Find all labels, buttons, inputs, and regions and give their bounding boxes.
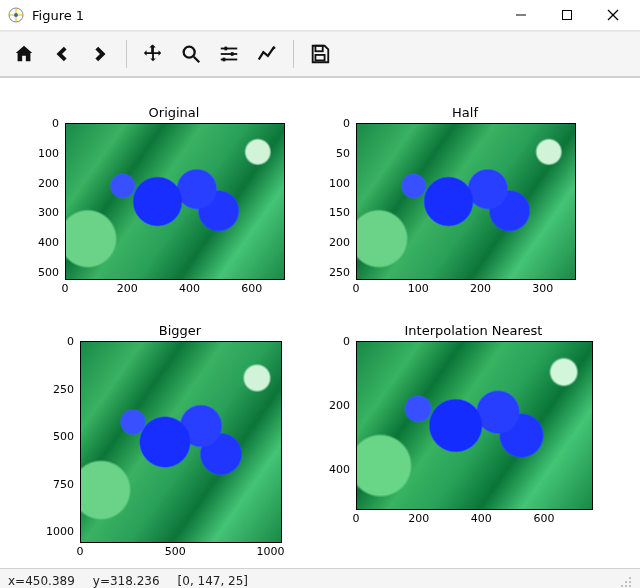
nav-toolbar [0, 31, 640, 78]
window-title: Figure 1 [32, 8, 84, 23]
window-controls [498, 0, 636, 30]
ytick-label: 200 [329, 399, 356, 412]
xtick-label: 600 [241, 278, 262, 295]
xtick-label: 100 [408, 278, 429, 295]
xtick-label: 0 [62, 278, 69, 295]
configure-subplots-button[interactable] [211, 36, 247, 72]
ytick-label: 300 [38, 206, 65, 219]
edit-axis-button[interactable] [249, 36, 285, 72]
ytick-label: 150 [329, 206, 356, 219]
status-y: y=318.236 [93, 574, 160, 588]
minimize-button[interactable] [498, 0, 544, 30]
xtick-label: 400 [471, 508, 492, 525]
subplot-bigger: Bigger 0 250 500 750 1000 0 500 1000 [80, 341, 280, 541]
axes-image[interactable] [356, 341, 593, 510]
ytick-label: 0 [343, 117, 356, 130]
ytick-label: 100 [38, 146, 65, 159]
ytick-label: 750 [53, 477, 80, 490]
subplot-title: Bigger [80, 323, 280, 338]
home-button[interactable] [6, 36, 42, 72]
subplot-half: Half 0 50 100 150 200 250 0 100 200 300 [356, 123, 574, 278]
svg-rect-3 [563, 11, 572, 20]
xtick-label: 0 [353, 508, 360, 525]
status-pixel-value: [0, 147, 25] [178, 574, 248, 588]
ytick-label: 400 [329, 463, 356, 476]
xtick-label: 0 [353, 278, 360, 295]
window-titlebar: Figure 1 [0, 0, 640, 31]
status-bar: x=450.389 y=318.236 [0, 147, 25] [0, 568, 640, 588]
status-x: x=450.389 [8, 574, 75, 588]
ytick-label: 250 [329, 266, 356, 279]
subplot-title: Half [356, 105, 574, 120]
ytick-label: 0 [52, 117, 65, 130]
subplot-interpolation-nearest: Interpolation Nearest 0 200 400 0 200 40… [356, 341, 591, 508]
axes-image[interactable] [356, 123, 576, 280]
subplot-title: Interpolation Nearest [356, 323, 591, 338]
svg-line-7 [194, 57, 200, 63]
back-button[interactable] [44, 36, 80, 72]
svg-rect-14 [315, 46, 322, 52]
image-content [357, 342, 592, 509]
ytick-label: 100 [329, 176, 356, 189]
xtick-label: 400 [179, 278, 200, 295]
xtick-label: 200 [117, 278, 138, 295]
xtick-label: 600 [534, 508, 555, 525]
svg-rect-11 [224, 47, 227, 51]
ytick-label: 1000 [46, 525, 80, 538]
xtick-label: 200 [408, 508, 429, 525]
svg-rect-13 [223, 58, 226, 62]
svg-point-1 [14, 13, 18, 17]
ytick-label: 200 [38, 176, 65, 189]
subplot-original: Original 0 100 200 300 400 500 0 200 400… [65, 123, 283, 278]
image-content [81, 342, 281, 542]
ytick-label: 250 [53, 382, 80, 395]
axes-image[interactable] [80, 341, 282, 543]
ytick-label: 0 [67, 335, 80, 348]
save-button[interactable] [302, 36, 338, 72]
ytick-label: 500 [53, 430, 80, 443]
resize-grip-icon[interactable] [618, 574, 632, 588]
xtick-label: 0 [77, 541, 84, 558]
zoom-button[interactable] [173, 36, 209, 72]
ytick-label: 500 [38, 266, 65, 279]
toolbar-separator [293, 40, 294, 68]
axes-image[interactable] [65, 123, 285, 280]
subplot-title: Original [65, 105, 283, 120]
app-icon [8, 7, 24, 23]
image-content [66, 124, 284, 279]
xtick-label: 200 [470, 278, 491, 295]
pan-button[interactable] [135, 36, 171, 72]
close-button[interactable] [590, 0, 636, 30]
ytick-label: 0 [343, 335, 356, 348]
xtick-label: 300 [532, 278, 553, 295]
svg-point-6 [184, 47, 195, 58]
svg-rect-12 [231, 52, 234, 56]
ytick-label: 200 [329, 236, 356, 249]
forward-button[interactable] [82, 36, 118, 72]
ytick-label: 400 [38, 236, 65, 249]
xtick-label: 1000 [256, 541, 284, 558]
xtick-label: 500 [165, 541, 186, 558]
svg-rect-15 [315, 55, 324, 60]
image-content [357, 124, 575, 279]
maximize-button[interactable] [544, 0, 590, 30]
toolbar-separator [126, 40, 127, 68]
figure-canvas[interactable]: Original 0 100 200 300 400 500 0 200 400… [0, 78, 640, 568]
ytick-label: 50 [336, 146, 356, 159]
